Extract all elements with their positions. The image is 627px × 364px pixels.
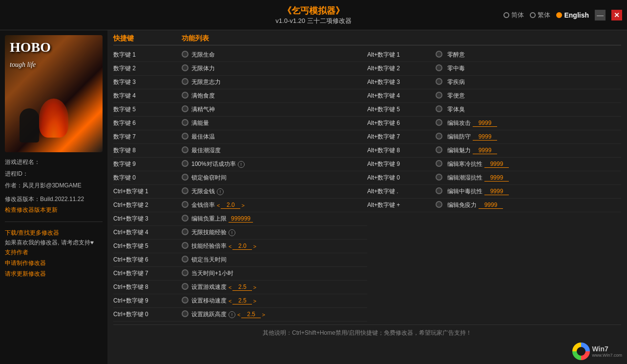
shortcut-2: 数字键 3 [113,78,182,86]
toggle-6[interactable] [182,133,191,142]
value-left-arrow-17[interactable]: < [229,284,231,290]
right-shortcut-4: Alt+数字键 5 [367,105,436,114]
toggle-5[interactable] [182,119,191,128]
right-feature-2: 零疾病 [447,78,621,86]
feature-8: 100%对话成功率! [191,160,367,168]
shortcut-1: 数字键 2 [113,64,182,73]
right-toggle-4[interactable] [436,105,447,114]
right-edit-value-10[interactable]: 9999 [484,188,509,195]
right-edit-value-11[interactable]: 9999 [479,202,503,209]
toggle-8[interactable] [182,160,191,169]
left-row-16: Ctrl+数字键 7当天时间+1小时 [113,267,367,281]
value-left-arrow-19[interactable]: < [237,312,240,318]
right-feature-8: 编辑寒冷抗性9999 [447,160,621,168]
toggle-1[interactable] [182,64,191,73]
right-toggle-6[interactable] [436,133,447,142]
toggle-15[interactable] [182,256,191,264]
right-toggle-2[interactable] [436,78,447,87]
right-feature-7: 编辑魅力9999 [447,146,621,155]
value-right-arrow-19[interactable]: > [262,312,265,318]
right-toggle-7[interactable] [436,146,447,155]
right-toggle-11[interactable] [436,201,447,210]
value-right-arrow-17[interactable]: > [253,284,256,290]
left-row-19: Ctrl+数字键 0设置跳跃高度!<2.5> [113,308,367,322]
request-trainer-link[interactable]: 申请制作修改器 [5,258,103,269]
right-row-1: Alt+数字键 2零中毒 [367,62,621,76]
feature-4: 满精气神 [191,105,367,114]
app-title-main: 《乞丐模拟器》 [275,5,351,17]
right-shortcut-5: Alt+数字键 6 [367,119,436,127]
edit-value-12[interactable]: 999999 [229,215,253,222]
right-toggle-9[interactable] [436,174,447,182]
minimize-button[interactable]: — [595,10,606,20]
right-feature-10: 编辑中毒抗性9999 [447,187,621,196]
value-left-arrow-18[interactable]: < [229,298,231,304]
value-right-arrow-14[interactable]: > [253,243,256,249]
left-row-12: Ctrl+数字键 3编辑负重上限999999 [113,212,367,226]
left-row-4: 数字键 5满精气神 [113,103,367,117]
left-row-14: Ctrl+数字键 5技能经验倍率<2.0> [113,240,367,253]
value-right-arrow-18[interactable]: > [253,298,256,304]
value-right-arrow-11[interactable]: > [241,202,244,208]
info-icon-13[interactable]: ! [229,229,235,236]
right-toggle-3[interactable] [436,92,447,101]
right-toggle-0[interactable] [436,51,447,60]
right-row-11: Alt+数字键 +编辑免疫力9999 [367,199,621,212]
check-update-link[interactable]: 检查修改器版本更新 [5,205,103,216]
shortcut-18: Ctrl+数字键 9 [113,297,182,305]
toggle-2[interactable] [182,78,191,87]
left-rows: 数字键 1无限生命数字键 2无限体力数字键 3无限意志力数字键 4满饱食度数字键… [113,48,367,322]
support-author-link[interactable]: 支持作者 [5,247,103,258]
lang-english[interactable]: English [556,11,589,19]
right-toggle-1[interactable] [436,64,447,73]
close-button[interactable]: ✕ [611,10,622,20]
header-title: 《乞丐模拟器》 v1.0-v1.20 三十二项修改器 [275,5,351,25]
lang-traditional[interactable]: 繁体 [530,11,550,20]
fire-decoration [39,99,68,138]
toggle-4[interactable] [182,105,191,114]
win7-circle [572,343,590,360]
toggle-10[interactable] [182,187,191,196]
toggle-12[interactable] [182,215,191,223]
toggle-3[interactable] [182,92,191,101]
divider [5,222,103,222]
request-update-link[interactable]: 请求更新修改器 [5,269,103,280]
toggle-7[interactable] [182,146,191,155]
right-edit-value-5[interactable]: 9999 [473,120,497,127]
feature-12: 编辑负重上限999999 [191,215,367,223]
right-toggle-8[interactable] [436,160,447,169]
value-left-arrow-11[interactable]: < [217,202,220,208]
toggle-16[interactable] [182,269,191,278]
lang-simplified[interactable]: 简体 [503,11,524,20]
toggle-9[interactable] [182,174,191,182]
right-edit-value-9[interactable]: 9999 [484,174,509,182]
toggle-19[interactable] [182,310,191,319]
download-link[interactable]: 下载/查找更多修改器 [5,228,103,239]
right-row-2: Alt+数字键 3零疾病 [367,76,621,89]
right-toggle-5[interactable] [436,119,447,128]
toggle-14[interactable] [182,242,191,251]
feature-3: 满饱食度 [191,92,367,100]
info-icon-8[interactable]: ! [238,161,245,168]
feature-13: 无限技能经验! [191,228,367,237]
shortcut-16: Ctrl+数字键 7 [113,269,182,278]
info-icon-19[interactable]: ! [229,311,235,318]
info-icon-10[interactable]: ! [217,188,224,195]
right-edit-value-7[interactable]: 9999 [473,147,497,154]
figure-decoration [20,108,39,142]
value-left-arrow-14[interactable]: < [229,243,231,249]
right-row-0: Alt+数字键 1零醉意 [367,48,621,62]
toggle-11[interactable] [182,201,191,210]
right-shortcut-0: Alt+数字键 1 [367,51,436,59]
feature-6: 最佳体温 [191,133,367,141]
right-toggle-10[interactable] [436,187,447,196]
right-edit-value-6[interactable]: 9999 [473,133,497,141]
links-section: 下载/查找更多修改器 如果喜欢我的修改器, 请考虑支持♥ 支持作者 申请制作修改… [5,228,103,280]
feature-14: 技能经验倍率<2.0> [191,242,367,250]
toggle-18[interactable] [182,297,191,305]
toggle-0[interactable] [182,51,191,60]
toggle-17[interactable] [182,283,191,292]
right-edit-value-8[interactable]: 9999 [484,161,509,168]
process-name-label: 游戏进程名： [5,156,103,168]
toggle-13[interactable] [182,228,191,237]
